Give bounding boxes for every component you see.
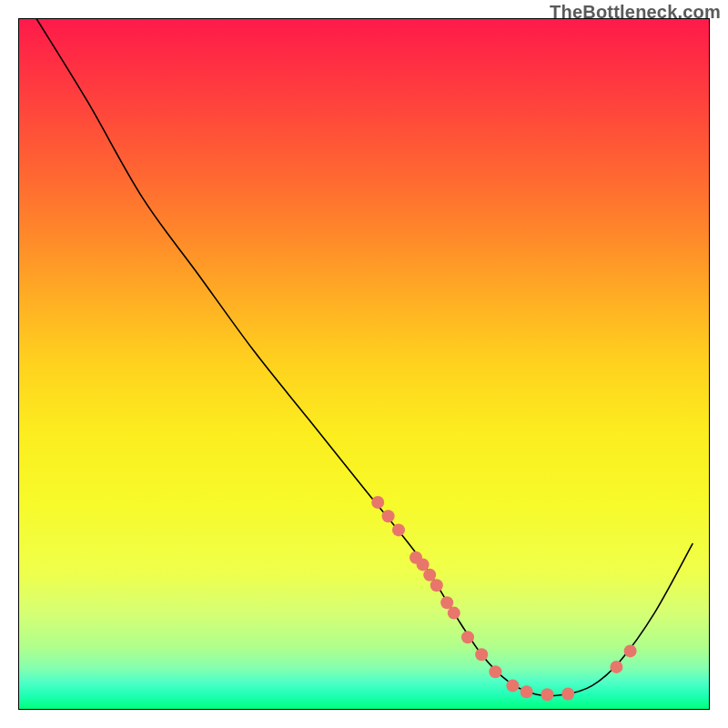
bottleneck-chart-container: TheBottleneck.com (0, 0, 728, 728)
watermark-text: TheBottleneck.com (550, 2, 721, 23)
gradient-background (18, 18, 710, 710)
